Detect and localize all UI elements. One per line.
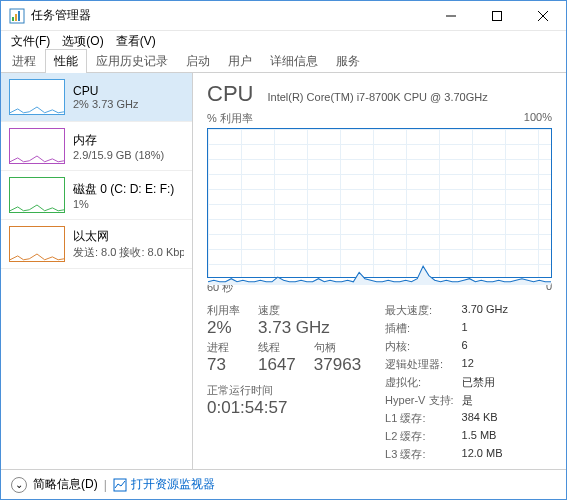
main-panel: CPU Intel(R) Core(TM) i7-8700K CPU @ 3.7… [193,73,566,469]
svg-rect-2 [15,14,17,21]
window-title: 任务管理器 [31,7,428,24]
tab-5[interactable]: 详细信息 [261,49,327,73]
spec-value-5: 是 [462,393,508,408]
spec-label-8: L3 缓存: [385,447,453,462]
spec-label-0: 最大速度: [385,303,453,318]
cpu-model: Intel(R) Core(TM) i7-8700K CPU @ 3.70GHz [267,91,487,103]
spec-value-1: 1 [462,321,508,336]
menu-options[interactable]: 选项(O) [56,33,109,50]
tab-1[interactable]: 性能 [45,49,87,73]
close-button[interactable] [520,1,566,30]
sidebar-item-sub: 2% 3.73 GHz [73,98,138,110]
brief-info-link[interactable]: 简略信息(D) [33,476,98,493]
spec-value-3: 12 [462,357,508,372]
chevron-down-icon[interactable]: ⌄ [11,477,27,493]
mini-chart-icon [9,79,65,115]
spec-value-2: 6 [462,339,508,354]
mini-chart-icon [9,128,65,164]
spec-value-4: 已禁用 [462,375,508,390]
sidebar-item-title: 磁盘 0 (C: D: E: F:) [73,181,174,198]
maximize-button[interactable] [474,1,520,30]
chart-ylabel: % 利用率 [207,111,253,126]
sidebar-item-title: CPU [73,84,138,98]
monitor-icon [113,478,127,492]
chart-ymax: 100% [524,111,552,126]
uptime-value: 0:01:54:57 [207,398,361,418]
sidebar-item-title: 内存 [73,132,164,149]
tab-0[interactable]: 进程 [3,49,45,73]
page-title: CPU [207,81,253,107]
spec-value-7: 1.5 MB [462,429,508,444]
util-label: 利用率 [207,303,240,318]
spec-label-5: Hyper-V 支持: [385,393,453,408]
sidebar-item-title: 以太网 [73,228,184,245]
speed-value: 3.73 GHz [258,318,361,338]
menu-view[interactable]: 查看(V) [110,33,162,50]
app-icon [9,8,25,24]
uptime-label: 正常运行时间 [207,383,361,398]
speed-label: 速度 [258,303,361,318]
svg-rect-5 [493,11,502,20]
sidebar-item-sub: 2.9/15.9 GB (18%) [73,149,164,161]
mini-chart-icon [9,226,65,262]
tab-4[interactable]: 用户 [219,49,261,73]
spec-label-1: 插槽: [385,321,453,336]
spec-value-0: 3.70 GHz [462,303,508,318]
tab-6[interactable]: 服务 [327,49,369,73]
tab-2[interactable]: 应用历史记录 [87,49,177,73]
sidebar-item-sub: 发送: 8.0 接收: 8.0 Kbps [73,245,184,260]
sidebar-item-2[interactable]: 磁盘 0 (C: D: E: F:)1% [1,171,192,220]
tab-3[interactable]: 启动 [177,49,219,73]
tabbar: 进程性能应用历史记录启动用户详细信息服务 [1,51,566,73]
sidebar-item-sub: 1% [73,198,174,210]
util-value: 2% [207,318,240,338]
thread-label: 线程 [258,340,296,355]
cpu-chart [207,128,552,278]
handle-value: 37963 [314,355,361,375]
mini-chart-icon [9,177,65,213]
thread-value: 1647 [258,355,296,375]
spec-label-4: 虚拟化: [385,375,453,390]
spec-label-6: L1 缓存: [385,411,453,426]
sidebar-item-0[interactable]: CPU2% 3.73 GHz [1,73,192,122]
handle-label: 句柄 [314,340,361,355]
sidebar-item-1[interactable]: 内存2.9/15.9 GB (18%) [1,122,192,171]
titlebar: 任务管理器 [1,1,566,31]
sidebar-item-3[interactable]: 以太网发送: 8.0 接收: 8.0 Kbps [1,220,192,269]
sidebar: CPU2% 3.73 GHz内存2.9/15.9 GB (18%)磁盘 0 (C… [1,73,193,469]
menubar: 文件(F) 选项(O) 查看(V) [1,31,566,51]
spec-value-6: 384 KB [462,411,508,426]
menu-file[interactable]: 文件(F) [5,33,56,50]
minimize-button[interactable] [428,1,474,30]
spec-label-7: L2 缓存: [385,429,453,444]
resource-monitor-link[interactable]: 打开资源监视器 [113,476,215,493]
proc-label: 进程 [207,340,240,355]
proc-value: 73 [207,355,240,375]
svg-rect-1 [12,17,14,21]
footer: ⌄ 简略信息(D) | 打开资源监视器 [1,469,566,499]
spec-label-3: 逻辑处理器: [385,357,453,372]
spec-value-8: 12.0 MB [462,447,508,462]
spec-label-2: 内核: [385,339,453,354]
svg-rect-3 [18,11,20,21]
